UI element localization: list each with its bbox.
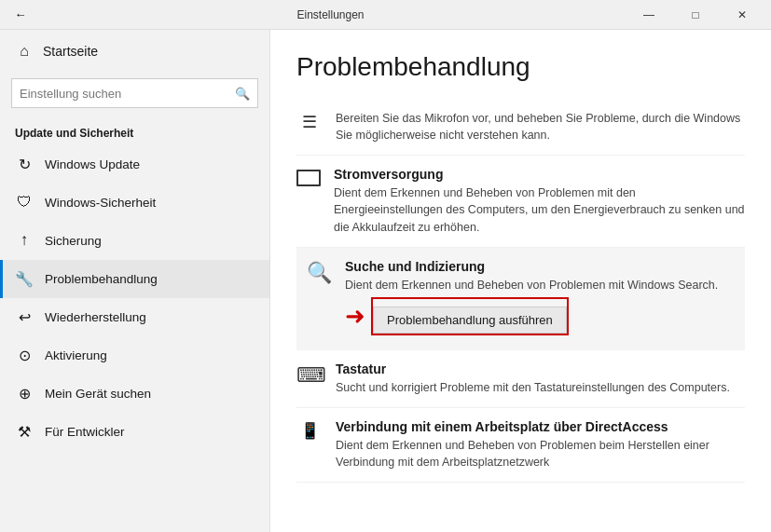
sidebar-item-label: Windows Update — [45, 157, 140, 171]
run-button-wrapper: Problembehandlung ausführen — [371, 297, 569, 335]
aktivierung-icon: ⊙ — [15, 347, 34, 364]
titlebar-title: Einstellungen — [34, 8, 627, 21]
sidebar-item-label: Aktivierung — [45, 348, 107, 362]
wiederherstellung-icon: ↩ — [15, 308, 34, 326]
sidebar-item-aktivierung[interactable]: ⊙ Aktivierung — [0, 336, 269, 375]
tastatur-content: Tastatur Sucht und korrigiert Probleme m… — [336, 361, 745, 396]
sidebar-home-button[interactable]: ⌂ Startseite — [0, 30, 269, 73]
windows-sicherheit-icon: 🛡 — [15, 194, 34, 211]
page-title: Problembehandlung — [296, 52, 745, 82]
suche-content: Suche und Indizierung Dient dem Erkennen… — [345, 259, 736, 339]
stromversorgung-desc: Dient dem Erkennen und Beheben von Probl… — [334, 184, 745, 235]
main-container: ⌂ Startseite 🔍 Update und Sicherheit ↻ W… — [0, 30, 771, 532]
sidebar-item-fuer-entwickler[interactable]: ⚒ Für Entwickler — [0, 413, 269, 451]
verbindung-icon: 📱 — [296, 421, 323, 441]
minimize-button[interactable]: — — [627, 0, 670, 30]
sidebar-search-box[interactable]: 🔍 — [11, 78, 258, 108]
titlebar-controls: — □ ✕ — [627, 0, 764, 30]
mikrofon-desc: Bereiten Sie das Mikrofon vor, und beheb… — [336, 110, 745, 143]
sidebar-section-title: Update und Sicherheit — [0, 119, 269, 145]
content-area: Problembehandlung ☰ Bereiten Sie das Mik… — [270, 30, 771, 532]
sidebar-item-label: Windows-Sicherheit — [45, 196, 156, 210]
suche-title: Suche und Indizierung — [345, 259, 736, 274]
verbindung-title: Verbindung mit einem Arbeitsplatz über D… — [336, 419, 745, 434]
sidebar-item-mein-geraet[interactable]: ⊕ Mein Gerät suchen — [0, 375, 269, 413]
home-icon: ⌂ — [15, 43, 34, 60]
stromversorgung-content: Stromversorgung Dient dem Erkennen und B… — [334, 167, 745, 235]
verbindung-desc: Dient dem Erkennen und Beheben von Probl… — [336, 437, 745, 471]
mikrofon-content: Bereiten Sie das Mikrofon vor, und beheb… — [336, 110, 745, 143]
maximize-button[interactable]: □ — [674, 0, 717, 30]
back-button[interactable]: ← — [7, 2, 34, 28]
arrow-annotation: ➜ Problembehandlung ausführen — [345, 297, 736, 335]
run-troubleshoot-button[interactable]: Problembehandlung ausführen — [373, 307, 567, 334]
sidebar-item-label: Für Entwickler — [45, 425, 125, 439]
sidebar-item-problembehandlung[interactable]: 🔧 Problembehandlung — [0, 260, 269, 298]
sidebar-item-label: Wiederherstellung — [45, 310, 146, 324]
troubleshoot-item-suche: 🔍 Suche und Indizierung Dient dem Erkenn… — [296, 248, 745, 350]
tastatur-title: Tastatur — [336, 361, 745, 376]
sidebar-item-label: Mein Gerät suchen — [45, 387, 151, 401]
tastatur-icon: ⌨ — [296, 363, 323, 388]
troubleshoot-item-tastatur: ⌨ Tastatur Sucht und korrigiert Probleme… — [296, 350, 745, 408]
stromversorgung-icon — [296, 170, 321, 186]
tastatur-desc: Sucht und korrigiert Probleme mit den Ta… — [336, 379, 745, 396]
sidebar: ⌂ Startseite 🔍 Update und Sicherheit ↻ W… — [0, 30, 270, 532]
sidebar-item-label: Problembehandlung — [45, 272, 158, 286]
close-button[interactable]: ✕ — [721, 0, 764, 30]
problembehandlung-icon: 🔧 — [15, 270, 34, 288]
sidebar-item-wiederherstellung[interactable]: ↩ Wiederherstellung — [0, 298, 269, 336]
troubleshoot-item-mikrofon: ☰ Bereiten Sie das Mikrofon vor, und beh… — [296, 99, 745, 156]
mikrofon-icon: ☰ — [296, 112, 323, 132]
fuer-entwickler-icon: ⚒ — [15, 423, 34, 441]
home-label: Startseite — [43, 44, 98, 59]
verbindung-content: Verbindung mit einem Arbeitsplatz über D… — [336, 419, 745, 471]
sidebar-item-sicherung[interactable]: ↑ Sicherung — [0, 221, 269, 260]
red-arrow-icon: ➜ — [345, 302, 365, 331]
search-input[interactable] — [20, 87, 235, 101]
sicherung-icon: ↑ — [15, 231, 34, 250]
windows-update-icon: ↻ — [15, 156, 34, 173]
sidebar-item-label: Sicherung — [45, 234, 102, 248]
titlebar: ← Einstellungen — □ ✕ — [0, 0, 771, 30]
suche-desc: Dient dem Erkennen und Beheben von Probl… — [345, 277, 736, 293]
sidebar-item-windows-update[interactable]: ↻ Windows Update — [0, 145, 269, 184]
mein-geraet-icon: ⊕ — [15, 385, 34, 402]
suche-icon: 🔍 — [306, 261, 332, 285]
sidebar-item-windows-sicherheit[interactable]: 🛡 Windows-Sicherheit — [0, 184, 269, 221]
search-icon: 🔍 — [235, 87, 250, 101]
troubleshoot-item-stromversorgung: Stromversorgung Dient dem Erkennen und B… — [296, 156, 745, 247]
stromversorgung-title: Stromversorgung — [334, 167, 745, 182]
troubleshoot-item-verbindung: 📱 Verbindung mit einem Arbeitsplatz über… — [296, 408, 745, 483]
titlebar-nav: ← — [7, 2, 34, 28]
